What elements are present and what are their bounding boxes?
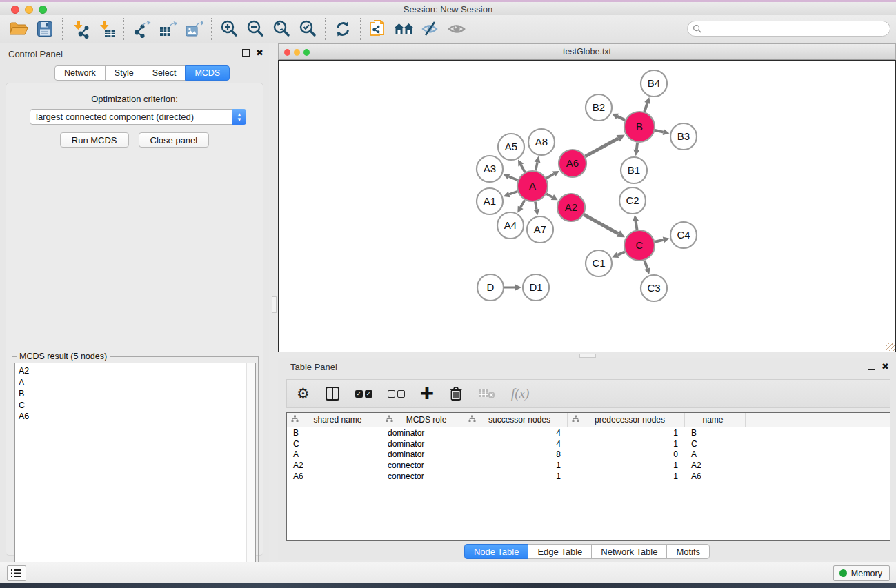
edge-A-A8[interactable] — [536, 162, 537, 170]
split-divider-handle[interactable] — [272, 296, 277, 313]
add-column-button[interactable]: ✚ — [420, 383, 434, 404]
table-row[interactable]: Adominator80A — [287, 449, 890, 460]
cell-shared-name[interactable]: C — [287, 439, 381, 449]
cell-successor-nodes[interactable]: 4 — [464, 428, 568, 438]
cell-predecessor-nodes[interactable]: 1 — [568, 460, 685, 470]
cell-MCDS-role[interactable]: connector — [381, 472, 464, 481]
cell-MCDS-role[interactable]: dominator — [381, 449, 464, 459]
export-network-button[interactable] — [128, 17, 155, 41]
cell-name[interactable]: A — [685, 449, 746, 459]
close-panel-button[interactable]: Close panel — [139, 132, 210, 148]
table-settings-button[interactable]: ⚙ — [297, 383, 310, 404]
close-panel-icon[interactable]: ✖ — [256, 49, 263, 57]
edge-A-A5[interactable] — [521, 165, 525, 172]
edge-A6-B[interactable] — [585, 139, 618, 156]
cell-name[interactable]: B — [685, 428, 746, 438]
edge-A2-C[interactable] — [584, 214, 618, 234]
edge-A-A2[interactable] — [546, 194, 552, 197]
table-row[interactable]: Bdominator41B — [287, 427, 890, 438]
cell-predecessor-nodes[interactable]: 1 — [568, 439, 685, 449]
column-visibility-button[interactable] — [325, 383, 340, 404]
cell-name[interactable]: A6 — [685, 472, 746, 481]
edge-B-B3[interactable] — [655, 130, 663, 132]
edge-A-A3[interactable] — [509, 176, 518, 180]
tab-select[interactable]: Select — [143, 65, 186, 81]
save-session-button[interactable] — [32, 17, 58, 41]
edge-C-C3[interactable] — [644, 261, 647, 269]
tab-network-table[interactable]: Network Table — [591, 544, 667, 559]
close-panel-icon[interactable]: ✖ — [882, 363, 889, 370]
cell-name[interactable]: A2 — [685, 460, 746, 470]
network-graph[interactable]: AA6A2BCA5A8A3A1A4A7B4B2B3B1C2C4C1C3DD1 — [279, 61, 895, 352]
show-all-button[interactable] — [444, 17, 470, 41]
edge-B-B1[interactable] — [637, 143, 637, 150]
network-window-titlebar[interactable]: testGlobe.txt — [278, 43, 896, 60]
tab-node-table[interactable]: Node Table — [464, 544, 529, 559]
task-history-button[interactable] — [7, 565, 26, 581]
column-header-predecessor-nodes[interactable]: predecessor nodes — [568, 413, 685, 427]
apply-layout-button[interactable] — [330, 17, 356, 41]
zoom-in-button[interactable] — [216, 17, 242, 41]
cell-MCDS-role[interactable]: dominator — [381, 428, 464, 438]
cell-successor-nodes[interactable]: 8 — [464, 449, 568, 459]
tab-edge-table[interactable]: Edge Table — [528, 544, 592, 559]
edge-C-C2[interactable] — [636, 221, 637, 230]
table-row[interactable]: A2connector11A2 — [287, 460, 890, 471]
delete-column-button[interactable] — [449, 383, 463, 404]
function-builder-button[interactable]: f(x) — [511, 383, 529, 404]
edge-C-C4[interactable] — [655, 240, 663, 242]
new-network-from-selection-button[interactable] — [365, 17, 391, 41]
edge-B-B4[interactable] — [644, 103, 647, 112]
edge-A-A4[interactable] — [521, 200, 525, 207]
cell-MCDS-role[interactable]: connector — [381, 460, 464, 470]
edge-A-A6[interactable] — [546, 174, 554, 178]
app-titlebar[interactable]: Session: New Session — [0, 2, 896, 15]
result-item[interactable]: C — [19, 400, 255, 412]
float-panel-icon[interactable] — [868, 363, 875, 370]
window-resize-grip[interactable] — [886, 343, 895, 351]
memory-button[interactable]: Memory — [833, 565, 890, 581]
select-all-button[interactable]: ✓ ✓ — [355, 383, 372, 404]
tab-network[interactable]: Network — [54, 65, 106, 81]
delete-table-button[interactable] — [478, 383, 496, 404]
import-network-button[interactable] — [67, 17, 93, 41]
import-table-button[interactable] — [93, 17, 119, 41]
cell-shared-name[interactable]: A6 — [287, 472, 381, 481]
result-item[interactable]: A2 — [19, 365, 255, 377]
cell-successor-nodes[interactable]: 1 — [464, 460, 568, 470]
cell-predecessor-nodes[interactable]: 1 — [568, 428, 685, 438]
cell-MCDS-role[interactable]: dominator — [381, 439, 464, 449]
edge-B-B2[interactable] — [617, 116, 625, 120]
export-table-button[interactable] — [155, 17, 181, 41]
search-box[interactable] — [687, 21, 890, 37]
mcds-result-list[interactable]: A2 A B C A6 — [14, 363, 256, 586]
column-header-name[interactable]: name — [685, 413, 746, 427]
hide-selected-button[interactable] — [417, 17, 444, 41]
cell-shared-name[interactable]: A — [287, 449, 381, 459]
search-input[interactable] — [705, 24, 890, 34]
table-row[interactable]: A6connector11A6 — [287, 471, 890, 482]
cell-predecessor-nodes[interactable]: 0 — [568, 449, 685, 459]
zoom-out-button[interactable] — [242, 17, 268, 41]
tab-style[interactable]: Style — [105, 65, 143, 81]
export-image-button[interactable] — [181, 17, 207, 41]
edge-A-A1[interactable] — [509, 192, 517, 194]
float-panel-icon[interactable] — [242, 49, 250, 57]
node-table[interactable]: shared nameMCDS rolesuccessor nodesprede… — [286, 412, 890, 541]
tab-motifs[interactable]: Motifs — [666, 544, 710, 559]
open-session-button[interactable] — [6, 17, 32, 41]
cell-successor-nodes[interactable]: 4 — [464, 439, 568, 449]
criterion-dropdown[interactable]: largest connected component (directed) ▲… — [30, 109, 246, 125]
tab-mcds[interactable]: MCDS — [185, 65, 230, 81]
result-item[interactable]: A6 — [19, 411, 255, 423]
table-row[interactable]: Cdominator41C — [287, 438, 890, 449]
cell-name[interactable]: C — [685, 439, 746, 449]
zoom-selected-button[interactable] — [295, 17, 321, 41]
column-header-shared-name[interactable]: shared name — [287, 413, 381, 427]
cell-predecessor-nodes[interactable]: 1 — [568, 472, 685, 481]
zoom-fit-button[interactable] — [268, 17, 295, 41]
cell-shared-name[interactable]: B — [287, 428, 381, 438]
edge-C-C1[interactable] — [617, 252, 625, 255]
run-mcds-button[interactable]: Run MCDS — [60, 132, 129, 148]
result-item[interactable]: A — [19, 377, 255, 389]
